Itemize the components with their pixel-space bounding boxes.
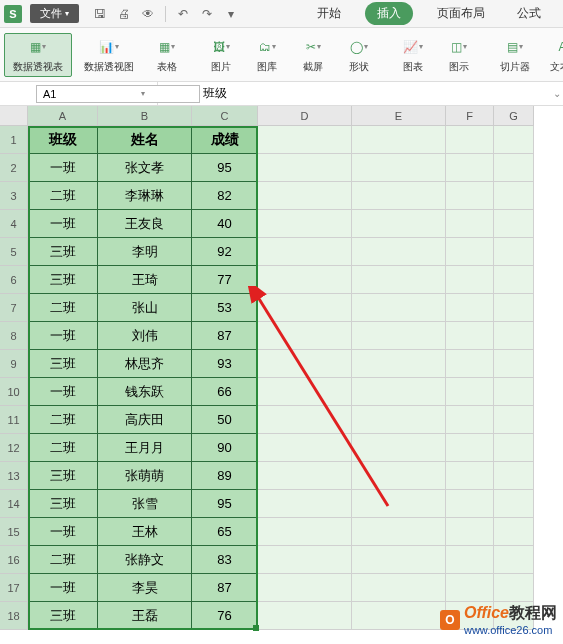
ribbon-shapes[interactable]: ◯▾形状 xyxy=(338,34,380,76)
cell[interactable]: 三班 xyxy=(28,238,98,266)
cell[interactable] xyxy=(446,574,494,602)
column-header[interactable]: F xyxy=(446,106,494,126)
select-all-corner[interactable] xyxy=(0,106,28,126)
cell[interactable] xyxy=(446,238,494,266)
undo-icon[interactable]: ↶ xyxy=(176,7,190,21)
cell[interactable] xyxy=(352,462,446,490)
cell[interactable]: 92 xyxy=(192,238,258,266)
ribbon-pivot-chart[interactable]: 📊▾数据透视图 xyxy=(76,34,142,76)
cell[interactable]: 93 xyxy=(192,350,258,378)
cell[interactable] xyxy=(494,378,534,406)
cell[interactable] xyxy=(352,266,446,294)
cell[interactable] xyxy=(494,350,534,378)
cell[interactable] xyxy=(352,378,446,406)
cell[interactable]: 一班 xyxy=(28,518,98,546)
cell[interactable]: 一班 xyxy=(28,574,98,602)
cell[interactable]: 张雪 xyxy=(98,490,192,518)
column-header[interactable]: A xyxy=(28,106,98,126)
cell[interactable] xyxy=(258,154,352,182)
cell[interactable] xyxy=(494,266,534,294)
cell[interactable] xyxy=(446,462,494,490)
cell[interactable] xyxy=(258,126,352,154)
cell[interactable]: 张文孝 xyxy=(98,154,192,182)
cell[interactable]: 李琳琳 xyxy=(98,182,192,210)
cell[interactable]: 王月月 xyxy=(98,434,192,462)
row-header[interactable]: 13 xyxy=(0,462,28,490)
row-header[interactable]: 11 xyxy=(0,406,28,434)
ribbon-textbox[interactable]: A▾文本框 xyxy=(542,34,563,76)
ribbon-picture[interactable]: 🖼▾图片 xyxy=(200,34,242,76)
cell[interactable] xyxy=(352,602,446,630)
cell[interactable] xyxy=(494,126,534,154)
cell[interactable]: 刘伟 xyxy=(98,322,192,350)
row-header[interactable]: 5 xyxy=(0,238,28,266)
cell[interactable] xyxy=(494,294,534,322)
row-header[interactable]: 8 xyxy=(0,322,28,350)
cell[interactable] xyxy=(258,322,352,350)
cell[interactable] xyxy=(258,434,352,462)
cell[interactable]: 王磊 xyxy=(98,602,192,630)
cell[interactable] xyxy=(446,546,494,574)
cell[interactable]: 一班 xyxy=(28,210,98,238)
column-header[interactable]: D xyxy=(258,106,352,126)
cell[interactable]: 张山 xyxy=(98,294,192,322)
tab-insert[interactable]: 插入 xyxy=(365,2,413,25)
cell[interactable]: 82 xyxy=(192,182,258,210)
cell[interactable] xyxy=(446,182,494,210)
cell[interactable] xyxy=(494,462,534,490)
row-header[interactable]: 10 xyxy=(0,378,28,406)
cell[interactable]: 二班 xyxy=(28,434,98,462)
cell[interactable]: 95 xyxy=(192,490,258,518)
cell[interactable] xyxy=(258,602,352,630)
cell[interactable]: 张静文 xyxy=(98,546,192,574)
cell[interactable] xyxy=(258,378,352,406)
print-icon[interactable]: 🖨 xyxy=(117,7,131,21)
cell[interactable] xyxy=(258,406,352,434)
cell[interactable] xyxy=(352,406,446,434)
cell[interactable] xyxy=(494,210,534,238)
cell[interactable] xyxy=(446,266,494,294)
cell[interactable] xyxy=(446,350,494,378)
row-header[interactable]: 6 xyxy=(0,266,28,294)
cell[interactable] xyxy=(446,378,494,406)
cells-area[interactable]: 班级姓名成绩一班张文孝95二班李琳琳82一班王友良40三班李明92三班王琦77二… xyxy=(28,126,534,630)
cell[interactable]: 二班 xyxy=(28,294,98,322)
cell[interactable]: 77 xyxy=(192,266,258,294)
row-header[interactable]: 4 xyxy=(0,210,28,238)
cell[interactable]: 李昊 xyxy=(98,574,192,602)
cell[interactable]: 40 xyxy=(192,210,258,238)
cell[interactable]: 三班 xyxy=(28,350,98,378)
cell[interactable]: 二班 xyxy=(28,182,98,210)
dropdown-icon[interactable]: ▾ xyxy=(224,7,238,21)
cell[interactable]: 一班 xyxy=(28,154,98,182)
cell[interactable] xyxy=(352,154,446,182)
cell[interactable]: 李明 xyxy=(98,238,192,266)
row-header[interactable]: 9 xyxy=(0,350,28,378)
cell[interactable] xyxy=(258,546,352,574)
cell[interactable]: 王林 xyxy=(98,518,192,546)
file-menu[interactable]: 文件 ▾ xyxy=(30,4,79,23)
cell[interactable]: 林思齐 xyxy=(98,350,192,378)
cell[interactable]: 65 xyxy=(192,518,258,546)
cell[interactable] xyxy=(446,490,494,518)
cell[interactable] xyxy=(352,126,446,154)
ribbon-screenshot[interactable]: ✂▾截屏 xyxy=(292,34,334,76)
cell[interactable] xyxy=(352,518,446,546)
cell[interactable] xyxy=(494,182,534,210)
cell[interactable] xyxy=(258,182,352,210)
row-header[interactable]: 14 xyxy=(0,490,28,518)
cell[interactable] xyxy=(446,518,494,546)
cell[interactable] xyxy=(494,406,534,434)
name-box[interactable] xyxy=(36,85,200,103)
cell[interactable] xyxy=(258,238,352,266)
tab-start[interactable]: 开始 xyxy=(309,1,349,26)
cell[interactable]: 90 xyxy=(192,434,258,462)
row-header[interactable]: 2 xyxy=(0,154,28,182)
cell[interactable]: 二班 xyxy=(28,546,98,574)
cell[interactable]: 张萌萌 xyxy=(98,462,192,490)
cell[interactable]: 三班 xyxy=(28,602,98,630)
cell[interactable] xyxy=(352,574,446,602)
ribbon-gallery[interactable]: 🗂▾图库 xyxy=(246,34,288,76)
column-header[interactable]: B xyxy=(98,106,192,126)
ribbon-smartart[interactable]: ◫▾图示 xyxy=(438,34,480,76)
